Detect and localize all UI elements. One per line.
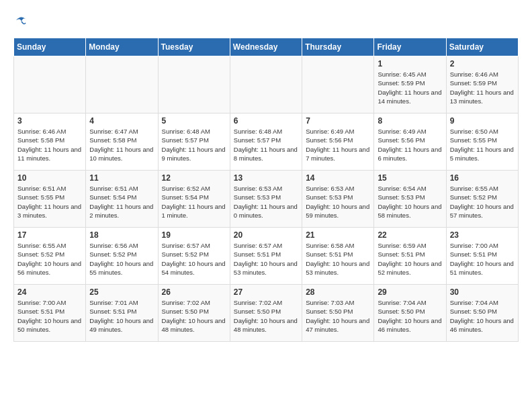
day-number: 24 [17, 287, 82, 297]
day-info: Sunrise: 7:02 AM [234, 298, 298, 307]
day-cell: 7Sunrise: 6:49 AMSunset: 5:56 PMDaylight… [302, 113, 374, 171]
day-cell: 30Sunrise: 7:04 AMSunset: 5:50 PMDayligh… [446, 285, 518, 342]
day-number: 25 [89, 287, 154, 297]
day-info: Daylight: 11 hours and 1 minute. [162, 202, 226, 220]
day-cell: 15Sunrise: 6:54 AMSunset: 5:53 PMDayligh… [374, 171, 446, 228]
day-info: Daylight: 10 hours and 50 minutes. [17, 316, 82, 334]
day-info: Sunset: 5:50 PM [234, 307, 298, 316]
day-number: 21 [306, 230, 370, 240]
day-cell: 16Sunrise: 6:55 AMSunset: 5:52 PMDayligh… [446, 171, 518, 228]
day-cell [158, 56, 230, 113]
day-cell: 24Sunrise: 7:00 AMSunset: 5:51 PMDayligh… [14, 285, 86, 342]
day-info: Sunset: 5:52 PM [450, 193, 515, 201]
day-number: 16 [450, 173, 515, 183]
day-info: Sunset: 5:52 PM [162, 250, 226, 259]
day-info: Sunset: 5:51 PM [306, 250, 370, 259]
day-info: Daylight: 10 hours and 48 minutes. [162, 316, 226, 334]
day-number: 8 [378, 116, 442, 126]
day-info: Daylight: 10 hours and 54 minutes. [162, 259, 226, 277]
day-info: Sunset: 5:56 PM [306, 136, 370, 144]
day-info: Daylight: 10 hours and 53 minutes. [306, 259, 370, 277]
day-number: 22 [378, 230, 442, 240]
week-row-2: 3Sunrise: 6:46 AMSunset: 5:58 PMDaylight… [14, 113, 519, 171]
day-info: Sunrise: 6:46 AM [17, 127, 82, 136]
day-info: Sunrise: 7:03 AM [306, 298, 370, 307]
day-cell: 19Sunrise: 6:57 AMSunset: 5:52 PMDayligh… [158, 228, 230, 285]
day-number: 4 [89, 116, 154, 126]
day-info: Sunset: 5:52 PM [17, 250, 82, 259]
day-info: Sunrise: 6:48 AM [162, 127, 226, 136]
day-number: 30 [450, 287, 515, 297]
day-info: Sunrise: 7:04 AM [450, 298, 515, 307]
day-info: Daylight: 10 hours and 55 minutes. [89, 259, 154, 277]
day-info: Sunset: 5:51 PM [17, 307, 82, 316]
header-thursday: Thursday [302, 38, 374, 56]
day-number: 11 [89, 173, 154, 183]
day-info: Daylight: 11 hours and 9 minutes. [162, 145, 226, 163]
day-cell: 9Sunrise: 6:50 AMSunset: 5:55 PMDaylight… [446, 113, 518, 171]
day-cell: 11Sunrise: 6:51 AMSunset: 5:54 PMDayligh… [86, 171, 158, 228]
day-info: Sunset: 5:57 PM [234, 136, 298, 144]
day-info: Sunrise: 6:55 AM [450, 184, 515, 193]
day-cell: 4Sunrise: 6:47 AMSunset: 5:58 PMDaylight… [86, 113, 158, 171]
day-info: Sunrise: 6:53 AM [306, 184, 370, 193]
day-info: Sunset: 5:50 PM [450, 307, 515, 316]
day-info: Sunset: 5:51 PM [378, 250, 442, 259]
day-info: Sunset: 5:53 PM [306, 193, 370, 201]
day-cell: 28Sunrise: 7:03 AMSunset: 5:50 PMDayligh… [302, 285, 374, 342]
day-info: Sunset: 5:55 PM [450, 136, 515, 144]
day-info: Sunset: 5:57 PM [162, 136, 226, 144]
day-info: Daylight: 11 hours and 10 minutes. [89, 145, 154, 163]
day-info: Sunrise: 6:54 AM [378, 184, 442, 193]
page-header [13, 13, 519, 31]
day-info: Daylight: 11 hours and 2 minutes. [89, 202, 154, 220]
day-info: Daylight: 10 hours and 56 minutes. [17, 259, 82, 277]
day-number: 26 [162, 287, 226, 297]
day-cell: 3Sunrise: 6:46 AMSunset: 5:58 PMDaylight… [14, 113, 86, 171]
day-info: Sunrise: 6:57 AM [234, 241, 298, 250]
day-number: 28 [306, 287, 370, 297]
day-info: Sunrise: 6:49 AM [378, 127, 442, 136]
day-info: Sunset: 5:54 PM [89, 193, 154, 201]
day-info: Sunrise: 7:01 AM [89, 298, 154, 307]
day-info: Daylight: 10 hours and 53 minutes. [234, 259, 298, 277]
day-info: Sunset: 5:50 PM [306, 307, 370, 316]
day-number: 15 [378, 173, 442, 183]
week-row-1: 1Sunrise: 6:45 AMSunset: 5:59 PMDaylight… [14, 56, 519, 113]
day-info: Daylight: 10 hours and 49 minutes. [89, 316, 154, 334]
day-cell: 21Sunrise: 6:58 AMSunset: 5:51 PMDayligh… [302, 228, 374, 285]
logo-bird-icon [15, 13, 27, 28]
day-info: Sunset: 5:51 PM [450, 250, 515, 259]
header-row: SundayMondayTuesdayWednesdayThursdayFrid… [14, 38, 519, 56]
day-number: 7 [306, 116, 370, 126]
day-cell: 17Sunrise: 6:55 AMSunset: 5:52 PMDayligh… [14, 228, 86, 285]
day-info: Sunset: 5:51 PM [234, 250, 298, 259]
day-info: Sunrise: 6:56 AM [89, 241, 154, 250]
day-info: Sunrise: 6:57 AM [162, 241, 226, 250]
day-info: Sunset: 5:50 PM [378, 307, 442, 316]
header-tuesday: Tuesday [158, 38, 230, 56]
day-cell: 5Sunrise: 6:48 AMSunset: 5:57 PMDaylight… [158, 113, 230, 171]
day-info: Sunset: 5:54 PM [162, 193, 226, 201]
day-number: 10 [17, 173, 82, 183]
day-info: Daylight: 11 hours and 6 minutes. [378, 145, 442, 163]
day-info: Daylight: 10 hours and 57 minutes. [450, 202, 515, 220]
day-number: 9 [450, 116, 515, 126]
header-wednesday: Wednesday [230, 38, 302, 56]
day-info: Sunset: 5:51 PM [89, 307, 154, 316]
header-sunday: Sunday [14, 38, 86, 56]
day-info: Daylight: 10 hours and 58 minutes. [378, 202, 442, 220]
day-info: Daylight: 11 hours and 11 minutes. [17, 145, 82, 163]
day-info: Sunset: 5:55 PM [17, 193, 82, 201]
day-info: Daylight: 10 hours and 59 minutes. [306, 202, 370, 220]
day-info: Sunrise: 6:45 AM [378, 70, 442, 79]
day-cell: 29Sunrise: 7:04 AMSunset: 5:50 PMDayligh… [374, 285, 446, 342]
day-info: Sunrise: 6:47 AM [89, 127, 154, 136]
day-number: 2 [450, 59, 515, 68]
day-cell: 8Sunrise: 6:49 AMSunset: 5:56 PMDaylight… [374, 113, 446, 171]
day-info: Daylight: 10 hours and 51 minutes. [450, 259, 515, 277]
week-row-3: 10Sunrise: 6:51 AMSunset: 5:55 PMDayligh… [14, 171, 519, 228]
day-info: Sunrise: 6:55 AM [17, 241, 82, 250]
day-info: Daylight: 10 hours and 48 minutes. [234, 316, 298, 334]
day-number: 12 [162, 173, 226, 183]
